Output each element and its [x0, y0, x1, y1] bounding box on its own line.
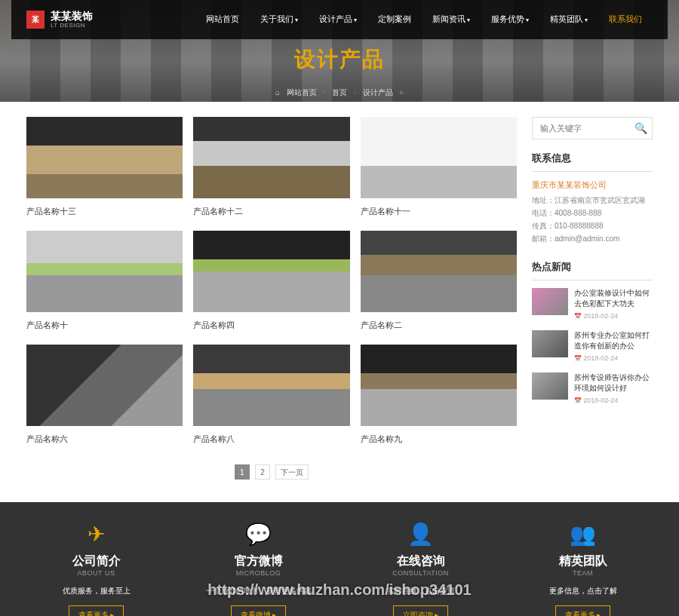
news-thumb	[532, 372, 568, 400]
product-thumb	[193, 117, 349, 198]
page-next[interactable]: 下一页	[275, 464, 309, 480]
footer-col-button[interactable]: 查看微博	[231, 605, 287, 616]
search-button[interactable]: 🔍	[628, 117, 653, 139]
product-thumb	[361, 345, 517, 426]
product-card[interactable]: 产品名称十	[26, 231, 183, 331]
logo[interactable]: 某 某某装饰 LT DESIGN	[26, 11, 93, 29]
news-item[interactable]: 苏州专业办公室如何打造你有创新的办公2018-02-24	[532, 330, 653, 362]
hero-banner: 某 某某装饰 LT DESIGN 网站首页 关于我们▾ 设计产品▾ 定制案例 新…	[0, 0, 679, 102]
chevron-down-icon: ▾	[585, 17, 588, 23]
news-item[interactable]: 苏州专设师告诉你办公环境如何设计好2018-02-24	[532, 372, 653, 404]
nav-contact[interactable]: 联系我们	[598, 0, 653, 40]
brand-sub: LT DESIGN	[51, 22, 93, 29]
footer-col-sub: CONSULTATION	[351, 569, 490, 577]
chevron-down-icon: ▾	[295, 17, 298, 23]
nav-service[interactable]: 服务优势▾	[481, 0, 539, 40]
footer-col-title: 在线咨询	[351, 553, 490, 569]
product-card[interactable]: 产品名称九	[361, 345, 517, 445]
footer-col: 👥精英团队TEAM更多信息，点击了解查看更多	[513, 522, 653, 616]
sidebar: 🔍 联系信息 重庆市某某装饰公司 地址：江苏省南京市玄武区玄武湖 电话：4008…	[532, 117, 653, 480]
logo-icon: 某	[26, 11, 45, 29]
nav-about[interactable]: 关于我们▾	[250, 0, 309, 40]
nav-home[interactable]: 网站首页	[195, 0, 250, 40]
footer: ✈公司简介ABOUT US优质服务，服务至上查看更多💬官方微博MICROBLOG…	[0, 502, 679, 616]
news-item-title: 苏州专设师告诉你办公环境如何设计好	[574, 372, 653, 394]
news-item-date: 2018-02-24	[574, 354, 653, 362]
footer-col-desc: 一个放弃的地方，获得更多内容	[189, 586, 328, 596]
footer-col-sub: TEAM	[513, 569, 653, 577]
footer-col-button[interactable]: 立即咨询	[393, 605, 449, 616]
news-title: 热点新闻	[532, 260, 653, 280]
product-title: 产品名称十二	[193, 206, 349, 217]
chevron-down-icon: ▾	[526, 17, 529, 23]
footer-col-title: 精英团队	[513, 553, 653, 569]
contact-fax: 传真：010-88888888	[532, 219, 653, 232]
news-item[interactable]: 办公室装修设计中如何去色彩配下大功夫2018-02-24	[532, 288, 653, 320]
main-content: 产品名称十三产品名称十二产品名称十一产品名称十产品名称四产品名称二产品名称六产品…	[26, 117, 517, 480]
breadcrumb-home[interactable]: 网站首页	[287, 88, 317, 97]
product-title: 产品名称二	[361, 320, 517, 331]
product-thumb	[193, 231, 349, 312]
pagination: 1 2 下一页	[26, 464, 517, 480]
breadcrumb: ⌂ 网站首页 · 首页 · 设计产品 »	[0, 87, 679, 98]
product-thumb	[26, 231, 183, 312]
product-thumb	[193, 345, 349, 426]
product-title: 产品名称六	[26, 434, 183, 445]
hot-news: 热点新闻 办公室装修设计中如何去色彩配下大功夫2018-02-24苏州专业办公室…	[532, 260, 653, 404]
breadcrumb-current: 设计产品	[363, 88, 393, 97]
product-title: 产品名称八	[193, 434, 349, 445]
nav-news[interactable]: 新闻资讯▾	[422, 0, 481, 40]
product-title: 产品名称十三	[26, 206, 183, 217]
footer-col-button[interactable]: 查看更多	[555, 605, 611, 616]
product-card[interactable]: 产品名称十二	[193, 117, 349, 217]
contact-info: 联系信息 重庆市某某装饰公司 地址：江苏省南京市玄武区玄武湖 电话：4008-8…	[532, 152, 653, 245]
news-item-title: 苏州专业办公室如何打造你有创新的办公	[574, 330, 653, 351]
search-box: 🔍	[532, 117, 653, 139]
company-name: 重庆市某某装饰公司	[532, 179, 653, 191]
page-2[interactable]: 2	[255, 464, 270, 480]
footer-col: ✈公司简介ABOUT US优质服务，服务至上查看更多	[26, 522, 166, 616]
product-title: 产品名称九	[361, 434, 517, 445]
footer-col-button[interactable]: 查看更多	[69, 605, 124, 616]
nav-products[interactable]: 设计产品▾	[309, 0, 367, 40]
product-thumb	[361, 117, 517, 198]
search-icon: 🔍	[634, 122, 647, 134]
contact-address: 地址：江苏省南京市玄武区玄武湖	[532, 194, 653, 207]
footer-col-title: 官方微博	[189, 553, 328, 569]
news-thumb	[532, 330, 568, 357]
contact-title: 联系信息	[532, 152, 653, 172]
footer-col-sub: ABOUT US	[26, 569, 166, 577]
footer-col-desc: 优质服务，服务至上	[26, 586, 166, 596]
product-thumb	[361, 231, 517, 312]
footer-col-title: 公司简介	[26, 553, 166, 569]
product-title: 产品名称十一	[361, 206, 517, 217]
footer-icon: ✈	[26, 522, 166, 549]
product-card[interactable]: 产品名称六	[26, 345, 183, 445]
top-nav: 某 某某装饰 LT DESIGN 网站首页 关于我们▾ 设计产品▾ 定制案例 新…	[11, 0, 668, 39]
news-item-date: 2018-02-24	[574, 312, 653, 320]
product-card[interactable]: 产品名称八	[193, 345, 349, 445]
footer-icon: 👤	[351, 522, 490, 549]
nav-cases[interactable]: 定制案例	[367, 0, 422, 40]
product-card[interactable]: 产品名称四	[193, 231, 349, 331]
footer-col: 👤在线咨询CONSULTATION实时在线，点击交流立即咨询	[351, 522, 490, 616]
page-1[interactable]: 1	[235, 464, 250, 480]
footer-col: 💬官方微博MICROBLOG一个放弃的地方，获得更多内容查看微博	[189, 522, 328, 616]
news-item-title: 办公室装修设计中如何去色彩配下大功夫	[574, 288, 653, 309]
contact-email: 邮箱：admin@admin.com	[532, 232, 653, 245]
breadcrumb-root[interactable]: 首页	[332, 88, 347, 97]
nav-team[interactable]: 精英团队▾	[539, 0, 598, 40]
product-card[interactable]: 产品名称二	[361, 231, 517, 331]
news-item-date: 2018-02-24	[574, 397, 653, 404]
product-card[interactable]: 产品名称十一	[361, 117, 517, 217]
chevron-down-icon: ▾	[354, 17, 357, 23]
product-title: 产品名称四	[193, 320, 349, 331]
home-icon: ⌂	[275, 88, 280, 97]
footer-icon: 👥	[513, 522, 653, 549]
product-card[interactable]: 产品名称十三	[26, 117, 183, 217]
footer-col-sub: MICROBLOG	[189, 569, 328, 577]
page-title-wrap: 设计产品	[0, 39, 679, 74]
product-title: 产品名称十	[26, 320, 183, 331]
product-thumb	[26, 117, 183, 198]
brand-name: 某某装饰	[51, 11, 93, 22]
